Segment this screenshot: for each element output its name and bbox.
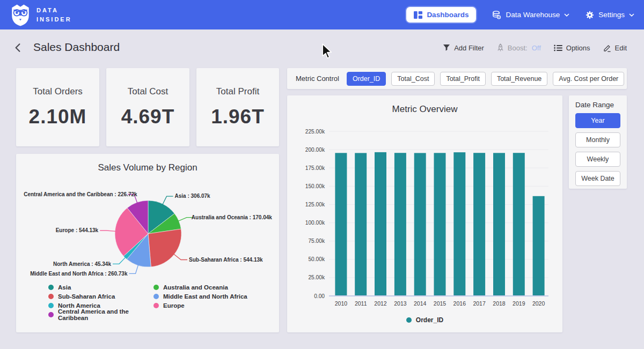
- brand[interactable]: DATA INSIDER: [10, 4, 72, 26]
- bar-2013[interactable]: [394, 153, 406, 296]
- x-axis-tick: 2010: [335, 300, 348, 307]
- bar-chart-card: Metric Overview 0.0025.00k50.00k75.00k10…: [287, 95, 562, 332]
- date-range-option-year[interactable]: Year: [575, 113, 620, 128]
- x-axis-tick: 2019: [513, 300, 525, 307]
- kpi-value: 2.10M: [29, 106, 87, 128]
- x-axis-tick: 2012: [374, 300, 387, 307]
- options-button[interactable]: Options: [554, 44, 590, 52]
- metric-option-order-id[interactable]: Order_ID: [347, 72, 386, 86]
- nav-settings-label: Settings: [598, 11, 625, 19]
- bar-2020[interactable]: [533, 196, 545, 296]
- brand-line1: DATA: [36, 6, 72, 15]
- dashboard-grid-icon: [414, 11, 422, 19]
- bar-2017[interactable]: [473, 153, 485, 296]
- date-range-label: Date Range: [575, 101, 620, 109]
- pie-legend-item-asia[interactable]: Asia: [48, 283, 153, 292]
- pie-slice-label: Asia : 306.07k: [175, 193, 211, 199]
- metric-option-avg-cost-per-order[interactable]: Avg. Cost per Order: [553, 72, 624, 86]
- owl-logo-icon: [10, 4, 31, 26]
- y-axis-tick: 200.00k: [305, 147, 325, 153]
- legend-dot: [48, 285, 54, 290]
- metric-option-total-profit[interactable]: Total_Profit: [440, 72, 486, 86]
- bar-legend-item[interactable]: Order_ID: [406, 316, 443, 324]
- legend-label: Sub-Saharan Africa: [58, 293, 115, 300]
- bar-2016[interactable]: [453, 152, 465, 296]
- chevron-down-icon: [629, 13, 634, 17]
- x-axis-tick: 2016: [453, 300, 466, 307]
- metric-control-label: Metric Control: [296, 75, 339, 83]
- y-axis-tick: 100.00k: [305, 220, 325, 226]
- pie-slice-label: Central America and the Caribbean : 226.…: [24, 191, 137, 197]
- add-filter-label: Add Filter: [454, 44, 484, 52]
- top-navbar: DATA INSIDER Dashboards Data Warehouse: [0, 0, 644, 29]
- kpi-value: 4.69T: [121, 106, 175, 128]
- legend-dot: [406, 317, 412, 323]
- legend-dot: [153, 303, 159, 308]
- kpi-card-total-profit: Total Profit 1.96T: [196, 68, 279, 146]
- pie-slice-label: Australia and Oceania : 170.04k: [192, 214, 273, 220]
- pie-slice-label: Europe : 544.13k: [56, 227, 99, 233]
- bar-2014[interactable]: [414, 153, 426, 296]
- x-axis-tick: 2014: [414, 300, 427, 307]
- bar-2018[interactable]: [493, 153, 505, 296]
- kpi-label: Total Profit: [216, 86, 259, 97]
- y-axis-tick: 50.00k: [308, 256, 325, 262]
- bar-2011[interactable]: [355, 153, 367, 296]
- x-axis-tick: 2015: [434, 300, 447, 307]
- boost-label: Boost:: [508, 44, 528, 52]
- pie-chart-title: Sales Volume by Region: [16, 162, 279, 173]
- pie-slice-label: Middle East and North Africa : 260.73k: [30, 271, 128, 277]
- pie-legend-item-australia-and-oceania[interactable]: Australia and Oceania: [153, 283, 247, 292]
- add-filter-button[interactable]: Add Filter: [443, 44, 484, 52]
- brand-line2: INSIDER: [36, 15, 72, 24]
- pie-legend-item-sub-saharan-africa[interactable]: Sub-Saharan Africa: [48, 292, 153, 301]
- y-axis-tick: 225.00k: [305, 129, 325, 135]
- legend-dot: [153, 285, 159, 290]
- bar-2019[interactable]: [513, 153, 525, 296]
- metric-control-buttons: Order_IDTotal_CostTotal_ProfitTotal_Reve…: [347, 72, 624, 86]
- x-axis-tick: 2020: [532, 300, 545, 307]
- nav-dashboards-button[interactable]: Dashboards: [406, 7, 476, 23]
- gear-icon: [586, 11, 594, 19]
- bar-chart-legend: Order_ID: [287, 316, 562, 324]
- pie-slice-sub-saharan-africa[interactable]: [148, 229, 181, 267]
- edit-button[interactable]: Edit: [603, 44, 627, 52]
- x-axis-tick: 2013: [394, 300, 407, 307]
- legend-dot: [48, 303, 54, 308]
- kpi-card-total-orders: Total Orders 2.10M: [16, 68, 99, 146]
- date-range-card: Date Range YearMonthlyWeeklyWeek Date: [569, 95, 627, 189]
- pie-legend-item-europe[interactable]: Europe: [153, 301, 247, 310]
- nav-settings[interactable]: Settings: [586, 11, 634, 19]
- bar-legend-label: Order_ID: [416, 316, 443, 324]
- nav-data-warehouse[interactable]: Data Warehouse: [492, 11, 569, 19]
- date-range-option-week-date[interactable]: Week Date: [575, 171, 620, 186]
- nav-data-warehouse-label: Data Warehouse: [506, 11, 560, 19]
- boost-toggle[interactable]: Boost:Off: [497, 43, 541, 52]
- pencil-icon: [603, 44, 611, 52]
- bar-chart-title: Metric Overview: [287, 104, 562, 115]
- dashboard-page: Sales Dashboard Add Filter Boost:Off: [0, 29, 644, 349]
- kpi-value: 1.96T: [211, 106, 265, 128]
- chevron-down-icon: [564, 13, 569, 17]
- pie-legend-item-middle-east-and-north-africa[interactable]: Middle East and North Africa: [153, 292, 247, 301]
- pie-slice-label: Sub-Saharan Africa : 544.13k: [189, 257, 263, 263]
- legend-label: Central America and the Caribbean: [58, 308, 153, 321]
- bar-chart[interactable]: 0.0025.00k50.00k75.00k100.00k125.00k150.…: [296, 119, 554, 312]
- pie-legend-item-central-america-and-the-caribbean[interactable]: Central America and the Caribbean: [48, 310, 153, 319]
- page-header: Sales Dashboard Add Filter Boost:Off: [0, 39, 644, 61]
- metric-option-total-revenue[interactable]: Total_Revenue: [491, 72, 547, 86]
- filter-funnel-icon: [443, 44, 450, 51]
- date-range-option-weekly[interactable]: Weekly: [575, 152, 620, 167]
- bar-2012[interactable]: [375, 152, 386, 296]
- x-axis-tick: 2011: [355, 300, 367, 307]
- options-label: Options: [566, 44, 590, 52]
- back-button[interactable]: [14, 43, 21, 55]
- bar-2010[interactable]: [335, 153, 347, 296]
- date-range-option-monthly[interactable]: Monthly: [575, 132, 620, 147]
- x-axis-tick: 2018: [493, 300, 506, 307]
- metric-option-total-cost[interactable]: Total_Cost: [391, 72, 435, 86]
- y-axis-tick: 0.00: [314, 293, 325, 299]
- pie-chart[interactable]: Asia : 306.07kAustralia and Oceania : 17…: [16, 175, 279, 288]
- bar-2015[interactable]: [434, 153, 446, 296]
- legend-label: Asia: [58, 284, 71, 291]
